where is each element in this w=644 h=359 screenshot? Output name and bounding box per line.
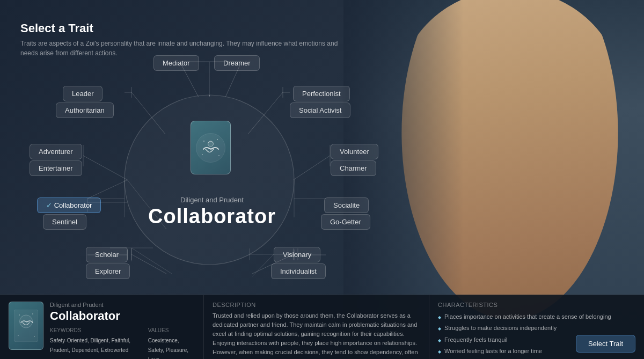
center-main-label: Collaborator xyxy=(131,205,292,228)
trait-charmer[interactable]: Charmer xyxy=(331,160,376,176)
bottom-trait-name: Collaborator xyxy=(50,309,195,323)
trait-leader[interactable]: Leader xyxy=(63,86,103,101)
bottom-description: Description Trusted and relied upon by t… xyxy=(204,295,429,359)
trait-authoritarian[interactable]: Authoritarian xyxy=(56,102,114,118)
description-text: Trusted and relied upon by those around … xyxy=(213,311,420,359)
svg-point-44 xyxy=(202,154,203,155)
select-trait-button[interactable]: Select Trait xyxy=(576,335,635,353)
trait-mediator[interactable]: Mediator xyxy=(153,55,199,71)
values-label: Values xyxy=(148,327,195,333)
bottom-info-panel: Diligent and Prudent Collaborator Keywor… xyxy=(0,295,644,359)
svg-line-34 xyxy=(252,254,274,276)
trait-entertainer[interactable]: Entertainer xyxy=(30,160,82,176)
svg-point-43 xyxy=(217,139,218,140)
characteristic-item: ◆ Builds friendships and family relation… xyxy=(438,357,635,359)
characteristic-text: Places importance on activities that cre… xyxy=(444,313,611,321)
keywords-group: Keywords Safety-Oriented, Diligent, Fait… xyxy=(50,327,137,359)
description-label: Description xyxy=(213,302,420,308)
bottom-trait-subtitle: Diligent and Prudent xyxy=(50,302,195,308)
page-title: Select a Trait xyxy=(20,21,353,35)
svg-point-48 xyxy=(19,314,20,316)
values-group: Values Coexistence, Safety, Pleasure, Lo… xyxy=(148,327,195,359)
svg-line-17 xyxy=(131,254,166,274)
svg-point-51 xyxy=(34,336,35,337)
svg-line-37 xyxy=(131,248,172,274)
svg-point-45 xyxy=(218,155,219,156)
bottom-characteristics: Characteristics ◆ Places importance on a… xyxy=(429,295,644,359)
svg-point-49 xyxy=(32,313,33,314)
values-value: Coexistence, Safety, Pleasure, Love xyxy=(148,338,188,359)
card-illustration xyxy=(196,133,225,163)
svg-line-22 xyxy=(248,92,283,134)
trait-dreamer[interactable]: Dreamer xyxy=(214,55,260,71)
bottom-card-icon xyxy=(14,310,38,342)
keywords-label: Keywords xyxy=(50,327,137,333)
characteristic-text: Worried feeling lasts for a longer time xyxy=(444,347,542,355)
trait-volunteer[interactable]: Volunteer xyxy=(331,144,378,159)
characteristic-text: Frequently feels tranquil xyxy=(444,336,507,344)
svg-point-50 xyxy=(18,335,19,336)
main-content: Select a Trait Traits are aspects of a Z… xyxy=(0,0,644,359)
trait-collaborator[interactable]: Collaborator xyxy=(37,197,101,213)
bullet-icon: ◆ xyxy=(438,314,441,320)
svg-line-9 xyxy=(131,92,165,134)
bottom-card-info: Diligent and Prudent Collaborator Keywor… xyxy=(50,302,195,353)
characteristic-text: Struggles to make decisions independentl… xyxy=(444,324,557,332)
trait-individualist[interactable]: Individualist xyxy=(271,263,326,279)
svg-point-42 xyxy=(203,141,204,142)
characteristic-item: ◆ Places importance on activities that c… xyxy=(438,311,635,323)
trait-adventurer[interactable]: Adventurer xyxy=(30,144,82,159)
trait-go-getter[interactable]: Go-Getter xyxy=(321,214,370,230)
center-sublabel: Diligent and Prudent xyxy=(131,196,292,204)
center-label-group: Diligent and Prudent Collaborator xyxy=(131,196,292,228)
center-trait-card xyxy=(191,121,231,174)
bottom-trait-info: Diligent and Prudent Collaborator Keywor… xyxy=(0,295,204,359)
characteristics-label: Characteristics xyxy=(438,302,635,308)
trait-perfectionist[interactable]: Perfectionist xyxy=(293,86,350,101)
trait-socialite[interactable]: Socialite xyxy=(324,197,369,213)
svg-line-39 xyxy=(87,180,128,199)
header: Select a Trait Traits are aspects of a Z… xyxy=(20,21,353,58)
trait-visionary[interactable]: Visionary xyxy=(274,247,320,262)
bottom-meta: Keywords Safety-Oriented, Diligent, Fait… xyxy=(50,327,195,359)
trait-explorer[interactable]: Explorer xyxy=(86,263,130,279)
trait-social-activist[interactable]: Social Activist xyxy=(290,102,350,118)
svg-line-24 xyxy=(294,156,330,180)
svg-line-11 xyxy=(83,156,127,180)
bullet-icon: ◆ xyxy=(438,338,441,343)
svg-point-40 xyxy=(196,133,225,162)
trait-scholar[interactable]: Scholar xyxy=(86,247,128,262)
bullet-icon: ◆ xyxy=(438,326,441,332)
bullet-icon: ◆ xyxy=(438,349,441,355)
bottom-card-illustration xyxy=(9,302,43,350)
handshake-icon xyxy=(196,133,225,163)
trait-sentinel[interactable]: Sentinel xyxy=(43,214,86,230)
characteristic-item: ◆ Struggles to make decisions independen… xyxy=(438,323,635,334)
keywords-value: Safety-Oriented, Diligent, Faithful, Pru… xyxy=(50,338,130,353)
